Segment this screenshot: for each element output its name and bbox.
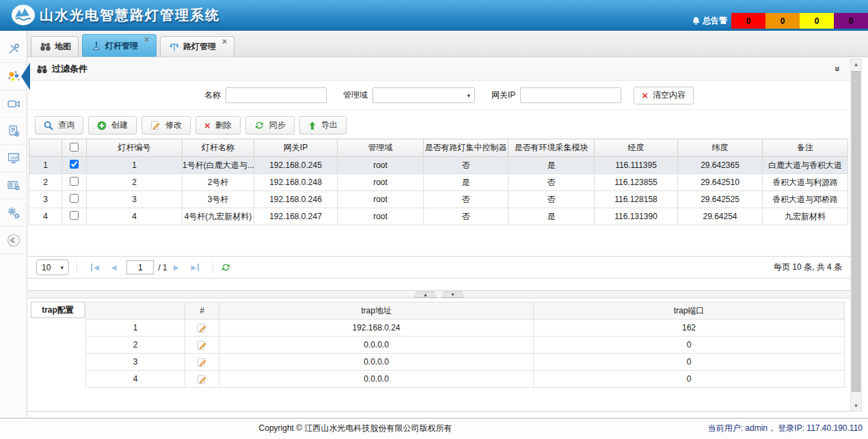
trap-col-header: trap端口: [534, 302, 845, 320]
sidebar-item-monitoring[interactable]: [0, 145, 27, 172]
filter-panel-header: 过滤条件 »: [28, 58, 850, 81]
alarm-badge-warning[interactable]: 0: [834, 13, 868, 29]
scroll-up-arrow-icon[interactable]: ▲: [851, 59, 861, 70]
pagination-bar: 10 ▾ ◀ ◀ / 1 ▶ ▶ 每页 10 条, 共 4 条: [28, 256, 850, 279]
sidebar-item-maintenance[interactable]: [0, 36, 27, 63]
alarm-badge-critical[interactable]: 0: [731, 13, 765, 29]
delete-x-icon: ×: [204, 120, 211, 130]
cell: 192.168.0.247: [254, 208, 338, 225]
row-seq: 4: [29, 208, 62, 225]
table-row[interactable]: 4 4 4号杆(九宏新材料) 192.168.0.247 root 否 是 11…: [29, 208, 848, 225]
row-checkbox-cell: [62, 174, 87, 191]
trap-config-tab[interactable]: trap配置: [31, 302, 85, 318]
add-icon: [97, 121, 107, 130]
cell: 192.168.0.246: [254, 191, 338, 208]
row-checkbox-3[interactable]: [70, 211, 79, 220]
row-checkbox-1[interactable]: [70, 177, 79, 186]
row-checkbox-2[interactable]: [70, 194, 79, 203]
col-header: 网关IP: [254, 139, 338, 157]
lamp-pole-icon: [91, 41, 102, 51]
cell: 否: [508, 174, 595, 191]
chevron-down-icon: ▾: [60, 264, 64, 271]
collapse-chevrons-icon[interactable]: »: [832, 66, 843, 72]
trap-row[interactable]: 2 0.0.0.0 0: [86, 337, 845, 354]
table-row[interactable]: 1 1 1号杆(白鹿大道与... 192.168.0.245 root 否 是 …: [29, 157, 848, 174]
tab-map[interactable]: 地图: [31, 36, 79, 57]
sidebar-item-settings[interactable]: [0, 199, 27, 227]
scrollbar-thumb[interactable]: [852, 71, 860, 392]
trap-row[interactable]: 3 0.0.0.0 0: [86, 354, 845, 371]
cell: 116.111395: [595, 157, 678, 174]
modify-button[interactable]: 修改: [141, 116, 191, 134]
col-header: 灯杆名称: [182, 139, 254, 157]
edit-pencil-icon[interactable]: [185, 323, 219, 333]
clear-x-icon: ×: [642, 90, 648, 100]
create-button[interactable]: 创建: [88, 116, 137, 134]
select-all-checkbox[interactable]: [70, 143, 79, 152]
button-label: 同步: [269, 119, 286, 131]
sidebar-collapse-button[interactable]: [0, 227, 27, 254]
trap-row[interactable]: 4 0.0.0.0 0: [86, 371, 845, 388]
alarm-badge-major[interactable]: 0: [765, 13, 800, 29]
trap-port: 0: [534, 371, 845, 388]
cell: 116.123855: [595, 174, 678, 191]
domain-select[interactable]: ▾: [372, 87, 475, 103]
tab-lamp-pole-management[interactable]: 灯杆管理 ×: [82, 34, 157, 57]
cell: 否: [424, 157, 508, 174]
delete-button[interactable]: × 删除: [195, 116, 241, 134]
col-header: 纬度: [678, 139, 763, 157]
query-button[interactable]: 查询: [35, 116, 83, 134]
export-up-arrow-icon: [308, 121, 316, 130]
tools-icon: [7, 42, 21, 56]
last-page-button[interactable]: ▶: [191, 264, 199, 271]
splitter-down-button[interactable]: ▼: [442, 292, 465, 298]
trap-row[interactable]: 1 192.168.0.24 162: [86, 320, 845, 337]
edit-pencil-icon[interactable]: [185, 357, 219, 367]
sidebar-item-video[interactable]: [0, 90, 27, 117]
col-header: 是否有环境采集模块: [508, 139, 595, 157]
sidebar-item-reports[interactable]: [0, 117, 27, 145]
export-button[interactable]: 导出: [299, 116, 347, 134]
alarm-badge-minor[interactable]: 0: [800, 13, 834, 29]
cell: 4: [87, 208, 182, 225]
edit-pencil-icon[interactable]: [185, 340, 219, 350]
prev-page-button[interactable]: ◀: [111, 264, 117, 271]
page-number-input[interactable]: [126, 260, 154, 274]
sync-button[interactable]: 同步: [245, 116, 295, 134]
sidebar-item-accounts[interactable]: [0, 172, 27, 199]
first-page-button[interactable]: ◀: [91, 264, 99, 271]
page-size-select[interactable]: 10 ▾: [36, 259, 69, 275]
col-header: 管理域: [338, 139, 424, 157]
tab-close-icon[interactable]: ×: [222, 37, 227, 46]
clear-content-button[interactable]: × 清空内容: [634, 87, 694, 104]
row-checkbox-cell: [62, 208, 87, 225]
gears-icon: [7, 206, 21, 220]
next-page-button[interactable]: ▶: [174, 264, 179, 271]
cell: root: [338, 191, 424, 208]
divider: [213, 261, 213, 274]
vertical-scrollbar[interactable]: ▲ ▼: [850, 59, 862, 412]
table-row[interactable]: 2 2 2号杆 192.168.0.248 root 是 否 116.12385…: [29, 174, 848, 191]
row-checkbox-0[interactable]: [70, 160, 79, 169]
table-row[interactable]: 3 3 3号杆 192.168.0.246 root 否 否 116.12815…: [29, 191, 848, 208]
gateway-ip-input[interactable]: [520, 87, 621, 103]
total-pages-label: / 1: [158, 263, 167, 272]
scroll-down-arrow-icon[interactable]: ▼: [851, 401, 861, 411]
domain-label: 管理域: [343, 89, 368, 101]
chevron-down-icon: ▾: [467, 92, 470, 99]
active-menu-arrow: [21, 63, 30, 90]
name-input[interactable]: [226, 87, 327, 103]
trap-address: 0.0.0.0: [219, 371, 534, 388]
cell: 192.168.0.245: [254, 157, 338, 174]
edit-pencil-icon[interactable]: [185, 374, 219, 384]
panel-splitter[interactable]: ▲ ▼: [28, 290, 850, 298]
row-seq: 3: [29, 191, 62, 208]
tab-close-icon[interactable]: ×: [144, 35, 149, 44]
tab-street-light-management[interactable]: 路灯管理 ×: [160, 36, 234, 57]
cell: 是: [508, 208, 595, 225]
edit-icon: [150, 120, 161, 130]
button-label: 查询: [58, 119, 74, 131]
cell: root: [338, 157, 424, 174]
refresh-icon[interactable]: [221, 262, 231, 272]
splitter-up-button[interactable]: ▲: [414, 292, 437, 298]
